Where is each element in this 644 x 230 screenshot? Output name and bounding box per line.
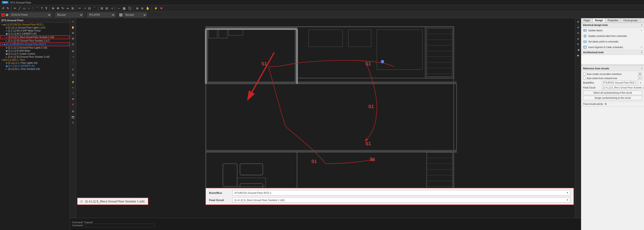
ref-auto-create-checkbox[interactable] [583,73,586,75]
redo-button[interactable]: ↻ [6,6,10,11]
vtool-electrical[interactable]: ⚡ [70,79,76,85]
ref-auto-select-checkbox[interactable] [583,77,586,80]
vtool-snap[interactable]: ⊕ [70,49,76,54]
tree-item-l1s2[interactable]: ▷ [1.5.L1] S2-Ground Floor Sockets 2 (x7… [0,39,70,42]
vtool-select[interactable]: ↖ [70,19,76,24]
tool-trim[interactable]: ✂ [78,6,82,11]
item-update-symbols[interactable]: Update symbols label from schematic [581,33,644,39]
tab-design[interactable]: Design [593,18,605,23]
tool-zoom-in[interactable]: ⊕ [135,6,140,11]
ref-auto-select-reload-btn[interactable]: ↻ [638,77,642,80]
cb2-circuit-value-wrap[interactable]: [1.4.L1] S_Rev1-Groud Floor Sockets 1 (x… [232,197,570,203]
linetype-select[interactable]: ByLayer [55,13,83,17]
tool-rect[interactable]: ▭ [22,6,26,11]
tool-pencil[interactable]: ✏ [13,6,17,11]
item-set-labels-prefix[interactable]: Aa Set labels prefix to schematic [581,39,644,44]
tool-line[interactable]: ╱ [18,6,22,11]
rvtool-pan-up[interactable]: ▲ [576,36,581,41]
vtool-camera[interactable]: 📷 [70,114,76,120]
tool-mirror[interactable]: ⇔ [66,6,70,11]
tool-grid[interactable]: ⊞ [104,6,109,11]
tool-arc[interactable]: ◜ [31,6,34,11]
tree-item-db1b1[interactable]: ▣ [2.2.L1] B-3kW Boiler [0,49,70,52]
vtool-zoom-window[interactable]: ⊕ [70,30,76,36]
tool-offset[interactable]: ⊟ [87,6,92,11]
tool-rotate[interactable]: ↻ [61,6,65,11]
tool-block[interactable]: ⬛ [127,6,132,11]
tool-electrical[interactable]: ⚡ [153,6,159,11]
undo-button[interactable]: ↺ [1,6,5,11]
tool-dimension[interactable]: ↔ [116,6,121,11]
vtool-properties[interactable]: ☰ [70,72,76,78]
cb2-board-value-wrap[interactable]: DT1/RCD1-Ground Floor RCD 1 ▾ [232,190,570,195]
tree-item-db1s3[interactable]: ▷ [2.4.L1] S3-Ground Floor Sockets 3 (x8… [0,55,70,58]
tree-item-db2ac2[interactable]: ▣ [2.L1] AC2-24000BTU AC [0,65,70,68]
right-content: Electrical design tools ▾ Update labels … [581,23,644,230]
tree-item-l1m1[interactable]: ⊙ [1.2.L1] M1-0.5HP Water Pump [0,29,70,32]
tab-properties[interactable]: Properties [606,18,621,23]
tab-pages[interactable]: Pages [581,18,593,23]
section-header-electrical[interactable]: Electrical design tools ▾ [581,23,644,28]
tree-item-l1l1[interactable]: ⊕ [1.L1] L1-Ground Floor Lights 1 (x7) [0,26,70,29]
tool-fillet[interactable]: ⌒ [92,6,97,11]
tree-item-db2[interactable]: ▼ ■ [3.L1] DB2-1. Floor [0,58,70,61]
tree-item-db2s1[interactable]: ▷ [3.L1] S1-1. Floor Sockets (x4) [0,68,70,71]
ref-auto-create-reset-btn[interactable]: ✖ [638,72,642,76]
vtool-cable[interactable]: ≈ [70,91,76,96]
tree-item-l1s1[interactable]: ▷ [1.4.L1] S_Rev1-Groud Floor Sockets 1 … [0,35,70,39]
tool-move[interactable]: ✥ [56,6,60,11]
tree-item-db2l1[interactable]: ⊕ [1.L1] L1-1. Floor Lights (x4) [0,61,70,65]
rvtool-zoom-out[interactable]: ⊖ [576,25,581,30]
item-update-labels[interactable]: Update labels ▾ [581,28,644,33]
layer-select[interactable]: 01.01.01 Power [9,13,51,17]
current-color[interactable] [2,13,5,17]
tool-delete[interactable]: ✖ [159,6,164,11]
tool-extend[interactable]: ⊣ [82,6,87,11]
ref-select-all-btn[interactable]: Select all symbols/wiring of the circuit [583,91,642,95]
tree-item-db1l2[interactable]: ⊕ [2.1.L1] L2-Ground Floor Lights 2 (x6) [0,46,70,49]
rvtool-pan-down[interactable]: ▼ [576,42,581,47]
tab-circuit-groups[interactable]: Circuit groups [621,18,640,23]
section-header-reference[interactable]: Reference from circuits ▾ [581,66,644,71]
section-header-architectural[interactable]: Architectural tools ▾ [581,50,644,55]
tool-mtext[interactable]: 𝐓 [44,6,48,11]
tool-snap[interactable]: ⊞ [100,6,104,11]
item-insert-legends[interactable]: Insert legends & Cable schedules ▾ [581,44,644,50]
vtool-zoom-extents[interactable]: ⊡ [70,42,76,47]
vtool-wire[interactable]: ∿ [70,85,76,90]
vtool-zoom-all[interactable]: ⊞ [70,36,76,41]
rvtool-zoom-in[interactable]: ⊕ [576,19,581,24]
rvtool-pan-left[interactable]: ◀ [576,47,581,52]
ref-board-select[interactable]: DT1/RCD1-Ground Floor RCD 1 [602,81,638,85]
vtool-pan[interactable]: ✋ [70,25,76,30]
tool-ortho[interactable]: ⊣ [110,6,114,11]
tool-polyline[interactable]: ⌒ [35,6,40,11]
color-select[interactable]: ByLayer [124,13,147,17]
tool-scale[interactable]: ⊞ [70,6,75,11]
floor-plan-canvas[interactable]: ↖ ✋ ⊕ ⊞ ⊡ ⊕ ⊣ ⋮ ≡ ☰ ⚡ ∿ ≈ ◈ ✖ ⚙ 📷 [70,18,581,218]
rvtool-zoom-fit[interactable]: ⊡ [576,30,581,36]
ref-assign-btn[interactable]: Assign symbols/wiring to the circuit [583,96,642,100]
color-swatch2[interactable] [119,13,122,17]
tool-hatch[interactable]: ▦ [122,6,126,11]
lineweight-select[interactable]: BYLAYER [87,13,115,17]
vtool-bus[interactable]: ✖ [70,102,76,107]
tool-copy[interactable]: ⊕ [51,6,55,11]
tool-pan[interactable]: ✋ [145,6,150,11]
rvtool-pan-right[interactable]: ▶ [576,53,581,58]
vtool-layers[interactable]: ≡ [70,67,76,72]
tree-item-db1c1[interactable]: ▣ [2.3.L1] C-Cooker Control [0,52,70,55]
tool-circle[interactable]: ○ [27,6,31,11]
vtool-ortho[interactable]: ⊣ [70,54,76,59]
tree-item-dt1[interactable]: ▼ ■ [L1] DT1/RCD1-Ground Floor RCD 1 [0,23,70,26]
cmd-input[interactable] [85,224,155,227]
vtool-settings[interactable]: ⚙ [70,109,76,114]
vtool-grid[interactable]: ⋮ [70,60,76,65]
tool-text[interactable]: T [40,6,44,11]
tool-zoom-out[interactable]: ⊖ [140,6,144,11]
vtool-component[interactable]: ◈ [70,96,76,101]
vtool-info[interactable]: ℹ [70,120,76,125]
tree-item-l1ac1[interactable]: ▣ [1.3.L1] AC1-24000BTU AC [0,32,70,35]
tree-item-db1[interactable]: ▼ ■ [2.L1] DB1/RCD1-Ground Floor RCD 2 [0,42,70,46]
ref-circuit-select[interactable]: [1.4.L1] S_Rev1-Groud Floor Sockets 1 (x… [602,86,644,90]
